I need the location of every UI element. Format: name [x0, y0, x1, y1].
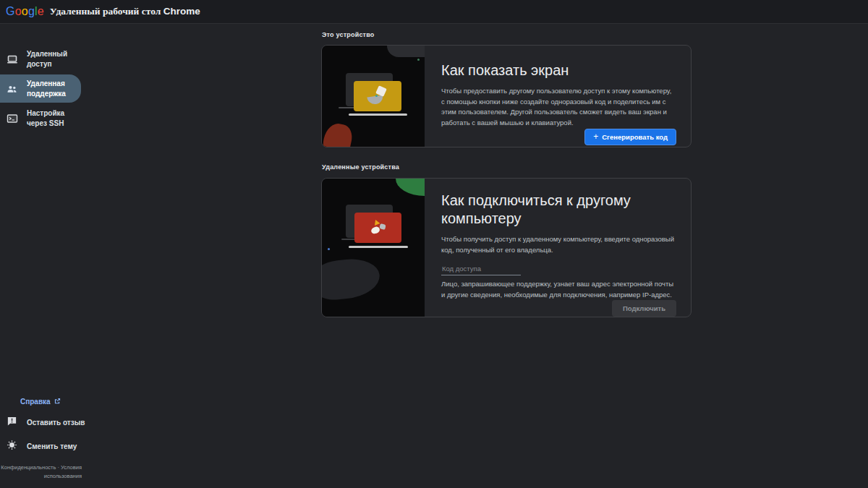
people-icon	[7, 83, 18, 95]
sidebar-item-remote-access[interactable]: Удаленный доступ	[0, 45, 81, 73]
generate-code-button[interactable]: + Сгенерировать код	[584, 129, 676, 145]
sidebar-item-ssh-setup[interactable]: Настройка через SSH	[0, 104, 81, 132]
sidebar-item-label: Удаленный доступ	[27, 49, 75, 69]
connect-illustration	[322, 179, 425, 317]
desk-line	[339, 107, 354, 108]
decorative-blob	[322, 256, 382, 301]
sidebar-item-label: Настройка через SSH	[27, 108, 75, 128]
app-title: Удаленный рабочий стол Chrome	[50, 6, 200, 17]
laptop-base-shape	[349, 246, 408, 248]
card-body-text: Чтобы получить доступ к удаленному компь…	[441, 234, 676, 255]
section-label-remote-devices: Удаленные устройства	[322, 163, 399, 171]
brightness-icon	[7, 440, 17, 453]
desk-line	[341, 239, 356, 240]
decorative-blob	[322, 121, 354, 147]
feedback-icon	[7, 416, 17, 429]
top-app-bar: G o o g l e Удаленный рабочий стол Chrom…	[0, 0, 868, 24]
theme-toggle[interactable]: Сменить тему	[7, 440, 101, 453]
decorative-dot	[328, 248, 330, 250]
share-screen-illustration	[322, 46, 425, 147]
share-screen-card: Как показать экран Чтобы предоставить др…	[321, 45, 692, 147]
privacy-link[interactable]: Конфиденциальность	[1, 464, 56, 471]
sidebar-footer: Справка Оставить отзыв Сменить тему Конф…	[0, 398, 101, 488]
connect-content: Как подключиться к другому компьютеру Чт…	[425, 179, 691, 317]
decorative-quarter-circle	[396, 179, 425, 196]
terminal-icon	[7, 113, 18, 124]
share-screen-content: Как показать экран Чтобы предоставить др…	[425, 46, 691, 147]
access-code-input[interactable]	[441, 263, 521, 275]
decorative-dot	[375, 95, 378, 97]
card-body-text: Чтобы предоставить другому пользователю …	[441, 86, 676, 129]
external-link-icon	[54, 398, 61, 406]
decorative-dot	[417, 59, 420, 61]
laptop-icon	[7, 53, 18, 65]
sidebar-item-remote-support[interactable]: Удаленная поддержка	[0, 74, 81, 103]
privacy-note-text: Лицо, запрашивающее поддержку, узнает ва…	[441, 279, 676, 300]
decorative-blob	[387, 46, 425, 57]
google-logo: G o o g l e	[6, 5, 44, 18]
connect-button[interactable]: Подключить	[612, 300, 676, 317]
laptop-base-shape	[349, 114, 407, 116]
separator: ·	[58, 464, 60, 471]
card-title: Как показать экран	[441, 61, 676, 80]
legal-links: Конфиденциальность · Условия использован…	[0, 463, 82, 481]
connect-card: Как подключиться к другому компьютеру Чт…	[321, 178, 692, 317]
card-title: Как подключиться к другому компьютеру	[441, 192, 676, 228]
help-link[interactable]: Справка	[20, 398, 101, 406]
sidebar-item-label: Удаленная поддержка	[27, 79, 75, 98]
section-label-this-device: Это устройство	[322, 31, 375, 38]
feedback-link[interactable]: Оставить отзыв	[7, 416, 101, 429]
sidebar-nav: Удаленный доступ Удаленная поддержка Нас…	[0, 45, 81, 132]
